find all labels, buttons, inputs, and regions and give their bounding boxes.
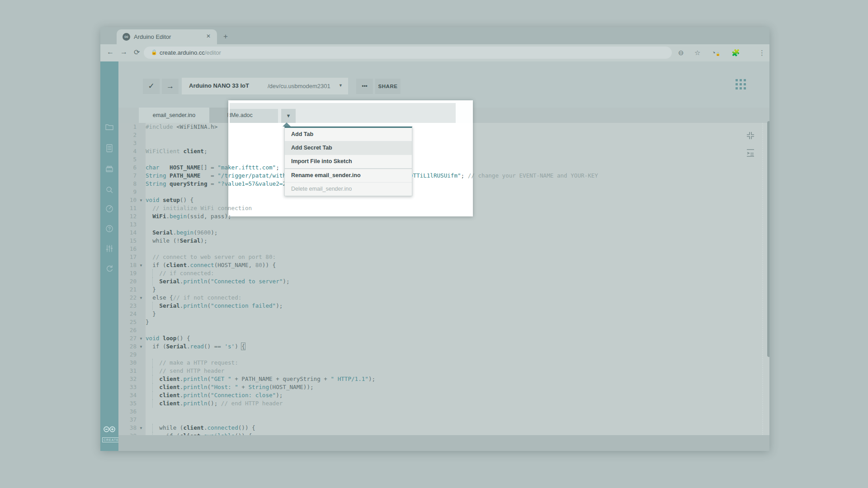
code-line-16[interactable]: 16 [118,245,769,253]
fold-arrow-icon[interactable]: ▼ [137,335,146,343]
gauge-icon[interactable] [105,204,114,213]
browser-menu-dots-icon[interactable]: ⋮ [759,49,765,57]
menu-item-rename-email_sender-ino[interactable]: Rename email_sender.ino [285,169,412,183]
code-line-24[interactable]: 24 } [118,310,769,318]
extensions-puzzle-icon[interactable]: 🧩 [731,49,740,57]
code-line-12[interactable]: 12 WiFi.begin(ssid, pass); [228,212,473,216]
code-line-38[interactable]: 38▼ while (client.connected()) { [118,424,769,432]
code-line-30[interactable]: 30 // make a HTTP request: [118,359,769,367]
url-path: /editor [205,49,221,56]
menu-item-import-file-into-sketch[interactable]: Import File into Sketch [285,155,412,169]
code-line-13[interactable]: 13 [118,221,769,229]
fold-arrow-icon[interactable]: ▼ [137,294,146,302]
url-bar[interactable]: 🔒 create.arduino.cc/editor [144,47,672,59]
code-line-37[interactable]: 37 [118,416,769,424]
code-line-34[interactable]: 34 client.println("Connection: close"); [118,391,769,399]
fold-gutter [137,408,146,416]
fold-gutter [137,172,146,180]
browser-toolbar: ← → ⟳ 🔒 create.arduino.cc/editor ⊖ ☆ ◔🔒 … [100,44,769,62]
board-selector[interactable]: Arduino NANO 33 IoT /dev/cu.usbmodem2301… [182,78,348,94]
fold-gutter [137,148,146,156]
verify-button[interactable]: ✓ [143,79,160,94]
tab-readme-fragment[interactable]: ReadMe.adoc [230,109,278,123]
code-line-20[interactable]: 20 Serial.println("Connected to server")… [118,277,769,286]
reload-icon[interactable]: ⟳ [134,48,140,56]
collapse-fullscreen-icon[interactable] [746,131,756,141]
monitor-search-icon[interactable] [105,185,114,194]
code-line-21[interactable]: 21 } [118,286,769,294]
arduino-favicon: ∞ [123,33,130,41]
tab-options-dropdown-button[interactable]: ▼ [281,109,296,123]
browser-window: ∞ Arduino Editor ✕ + ← → ⟳ 🔒 create.ardu… [100,27,769,451]
code-line-25[interactable]: 25 } [118,318,769,326]
code-line-18[interactable]: 18▼ if (client.connect(HOST_NAME, 80)) { [118,261,769,269]
more-options-button[interactable]: ••• [356,79,373,94]
browser-tabstrip: ∞ Arduino Editor ✕ + [100,27,769,44]
fold-gutter [137,351,146,359]
sketchbook-folder-icon[interactable] [105,122,114,131]
fold-gutter [137,156,146,164]
console-bar[interactable] [118,435,769,451]
sketch-tab-email_sender-ino[interactable]: email_sender.ino [139,108,209,123]
code-line-11[interactable]: 11 // initialize WiFi connection [228,204,473,212]
fold-gutter [137,310,146,319]
menu-pointer-icon [283,122,291,127]
close-tab-icon[interactable]: ✕ [206,33,211,39]
fold-arrow-icon[interactable]: ▼ [137,262,146,270]
browser-tab-arduino-editor[interactable]: ∞ Arduino Editor ✕ [117,29,217,44]
fold-gutter [137,375,146,384]
new-tab-button[interactable]: + [223,32,228,41]
back-icon[interactable]: ← [107,48,114,56]
code-line-29[interactable]: 29 [118,351,769,359]
code-line-10[interactable]: 10▼void setup() { [228,196,473,204]
fold-gutter [137,416,146,424]
code-line-36[interactable]: 36 [118,408,769,416]
code-line-35[interactable]: 35 client.println(); // end HTTP header [118,399,769,408]
menu-item-add-secret-tab[interactable]: Add Secret Tab [285,141,412,155]
libraries-board-icon[interactable] [105,164,114,174]
privacy-badge-icon[interactable]: ◔🔒 [712,49,720,56]
url-text: create.arduino.cc/editor [160,49,221,56]
fold-gutter [137,278,146,286]
sync-icon[interactable] [105,264,114,273]
bookmark-star-icon[interactable]: ☆ [694,49,700,57]
code-line-28[interactable]: 28▼ if (Serial.read() == 's') { [118,343,769,351]
code-line-22[interactable]: 22▼ else {// if not connected: [118,294,769,302]
fold-arrow-icon[interactable]: ▼ [137,343,146,351]
share-button[interactable]: SHARE [375,79,401,94]
app-sidebar: CREATE [100,61,118,451]
code-line-17[interactable]: 17 // connect to web server on port 80: [118,253,769,261]
fold-arrow-icon[interactable]: ▼ [137,197,146,205]
fold-gutter [137,319,146,327]
code-line-26[interactable]: 26 [118,326,769,334]
code-line-14[interactable]: 14 Serial.begin(9600); [118,229,769,237]
arduino-create-logo[interactable]: CREATE [102,426,117,443]
code-line-23[interactable]: 23 Serial.println("connection failed"); [118,302,769,310]
editor-scrollbar[interactable] [767,121,769,357]
zoom-out-icon[interactable]: ⊖ [678,49,684,57]
code-line-31[interactable]: 31 // send HTTP header [118,367,769,375]
tab-options-menu: Add TabAdd Secret TabImport File into Sk… [284,127,412,196]
code-line-15[interactable]: 15 while (!Serial); [118,237,769,245]
code-line-27[interactable]: 27▼void loop() { [118,334,769,343]
board-port: /dev/cu.usbmodem2301 [268,83,330,89]
tab-options-spotlight: ReadMe.adoc ▼ 1 #include <WiFiNINA.h>2 3… [228,100,473,216]
fold-gutter [137,123,146,131]
help-icon[interactable] [105,224,114,233]
fold-gutter [137,180,146,188]
preferences-sliders-icon[interactable] [105,244,114,253]
code-line-19[interactable]: 19 // if connected: [118,269,769,277]
fold-gutter [137,164,146,172]
menu-item-delete-email_sender-ino: Delete email_sender.ino [285,183,412,196]
browser-tab-title: Arduino Editor [134,33,171,40]
menu-item-add-tab[interactable]: Add Tab [285,128,412,141]
upload-button[interactable]: → [162,79,179,94]
code-line-33[interactable]: 33 client.println("Host: " + String(HOST… [118,383,769,391]
apps-grid-icon[interactable] [736,79,746,89]
console-log-icon[interactable] [746,148,756,158]
fold-arrow-icon[interactable]: ▼ [137,424,146,432]
fold-gutter [137,221,146,229]
forward-icon[interactable]: → [120,48,127,56]
code-line-32[interactable]: 32 client.println("GET " + PATH_NAME + q… [118,375,769,383]
examples-list-icon[interactable] [105,144,114,153]
